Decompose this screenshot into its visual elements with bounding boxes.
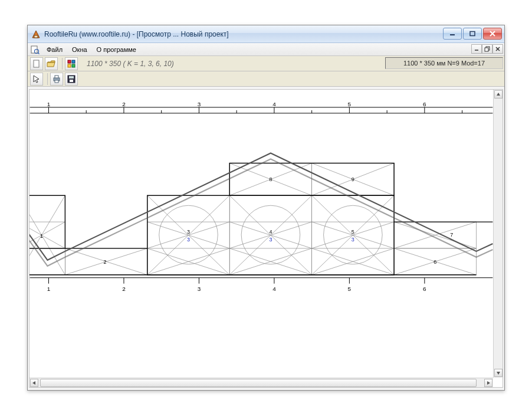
svg-rect-24: [70, 80, 73, 82]
status-panel: 1100 * 350 мм N=9 Mod=17: [385, 57, 503, 69]
svg-rect-17: [68, 64, 71, 67]
svg-text:2: 2: [104, 259, 107, 265]
svg-rect-20: [55, 76, 58, 78]
dimensions-label: 1100 * 350 ( K = 1, 3, 6, 10): [87, 60, 174, 68]
roof-profile-shadow: [29, 159, 492, 266]
svg-rect-46: [29, 195, 65, 274]
app-icon: [31, 30, 41, 39]
svg-marker-117: [497, 372, 500, 375]
tile-1: 1: [29, 195, 65, 274]
printer-icon: [52, 74, 61, 84]
svg-text:9: 9: [352, 176, 354, 182]
open-folder-icon: [47, 59, 56, 68]
save-button[interactable]: [65, 73, 78, 86]
app-window: RooftileRu (www.rooftile.ru) - [Просмотр…: [27, 25, 505, 391]
svg-rect-16: [72, 60, 75, 63]
svg-rect-11: [485, 48, 488, 51]
svg-rect-15: [68, 60, 71, 63]
client-area: 1 2 3 4 5 6 1 2 3: [29, 89, 503, 388]
mdi-close-button[interactable]: [492, 44, 503, 54]
toolbar-separator: [62, 58, 63, 70]
ruler-bottom: 1 2 3 4 5 6: [30, 278, 493, 292]
menu-about[interactable]: О программе: [92, 45, 141, 54]
svg-rect-3: [470, 32, 475, 36]
svg-line-50: [29, 195, 65, 274]
mdi-restore-button[interactable]: [482, 44, 492, 54]
menu-file[interactable]: Файл: [42, 45, 67, 54]
svg-rect-1: [34, 35, 38, 38]
mdi-controls: [471, 44, 503, 54]
svg-text:4: 4: [269, 229, 272, 235]
tile-layout: 1 2: [29, 163, 492, 274]
svg-text:3: 3: [352, 237, 354, 243]
print-button[interactable]: [50, 73, 63, 86]
ruler-t1: 1: [47, 101, 51, 107]
svg-line-49: [29, 195, 65, 274]
svg-text:7: 7: [450, 232, 453, 238]
maximize-button[interactable]: [463, 28, 482, 40]
svg-marker-118: [32, 381, 35, 385]
close-button[interactable]: [483, 28, 502, 40]
canvas-viewport[interactable]: 1 2 3 4 5 6 1 2 3: [29, 90, 493, 378]
tile-5: 5 3: [312, 195, 394, 274]
titlebar: RooftileRu (www.rooftile.ru) - [Просмотр…: [28, 25, 504, 43]
pointer-tool-button[interactable]: [30, 73, 43, 86]
svg-text:3: 3: [269, 237, 272, 243]
roof-canvas: 1 2 3 4 5 6 1 2 3: [29, 90, 493, 378]
ruler-b6: 6: [423, 286, 426, 292]
open-button[interactable]: [45, 57, 58, 70]
window-controls: [443, 28, 502, 40]
ruler-b3: 3: [198, 286, 201, 292]
svg-rect-23: [69, 76, 74, 78]
ruler-b2: 2: [122, 286, 126, 292]
menu-windows[interactable]: Окна: [67, 45, 92, 54]
ruler-b4: 4: [272, 286, 276, 292]
new-file-icon: [32, 59, 41, 68]
tile-8: 8: [229, 163, 311, 195]
tile-2: 2: [65, 248, 147, 275]
ruler-t3: 3: [198, 101, 201, 107]
ruler-t4: 4: [272, 101, 276, 107]
ruler-t2: 2: [122, 101, 126, 107]
menubar: Файл Окна О программе: [28, 43, 504, 56]
scroll-right-button[interactable]: [484, 379, 492, 387]
svg-text:8: 8: [269, 176, 272, 182]
tile-settings-button[interactable]: [65, 57, 78, 70]
toolbar-main: 1100 * 350 ( K = 1, 3, 6, 10) 1100 * 350…: [28, 56, 504, 71]
svg-rect-14: [34, 60, 39, 67]
tile-4: 4 3: [229, 195, 311, 274]
svg-text:6: 6: [434, 259, 436, 265]
svg-text:3: 3: [187, 229, 190, 235]
toolbar-view: [28, 71, 504, 87]
svg-rect-18: [72, 64, 75, 67]
roof-profile: [29, 153, 492, 260]
svg-line-8: [38, 53, 40, 54]
toolbar-separator: [47, 73, 48, 85]
new-button[interactable]: [30, 57, 43, 70]
svg-text:5: 5: [352, 229, 354, 235]
cursor-icon: [32, 74, 41, 84]
scroll-up-button[interactable]: [494, 90, 503, 99]
mdi-minimize-button[interactable]: [471, 44, 482, 54]
tile-7: 7: [394, 222, 476, 248]
ruler-b1: 1: [47, 286, 51, 292]
floppy-disk-icon: [67, 74, 76, 84]
scroll-down-button[interactable]: [494, 369, 503, 377]
scroll-thumb[interactable]: [40, 379, 477, 387]
window-title: RooftileRu (www.rooftile.ru) - [Просмотр…: [44, 30, 229, 38]
horizontal-scrollbar[interactable]: [29, 378, 493, 387]
tile-3: 3 3: [147, 195, 229, 274]
svg-text:1: 1: [40, 233, 43, 239]
ruler-t5: 5: [348, 101, 352, 107]
ruler-b5: 5: [348, 286, 352, 292]
vertical-scrollbar[interactable]: [493, 90, 503, 378]
scroll-left-button[interactable]: [30, 379, 38, 387]
tile-6: 6: [394, 248, 476, 275]
status-text: 1100 * 350 мм N=9 Mod=17: [403, 60, 485, 67]
tile-grid-icon: [67, 59, 76, 68]
document-icon: [30, 45, 40, 54]
minimize-button[interactable]: [443, 28, 462, 40]
ruler-t6: 6: [423, 101, 426, 107]
svg-marker-116: [497, 93, 500, 96]
ruler-top: 1 2 3 4 5 6: [30, 101, 493, 113]
